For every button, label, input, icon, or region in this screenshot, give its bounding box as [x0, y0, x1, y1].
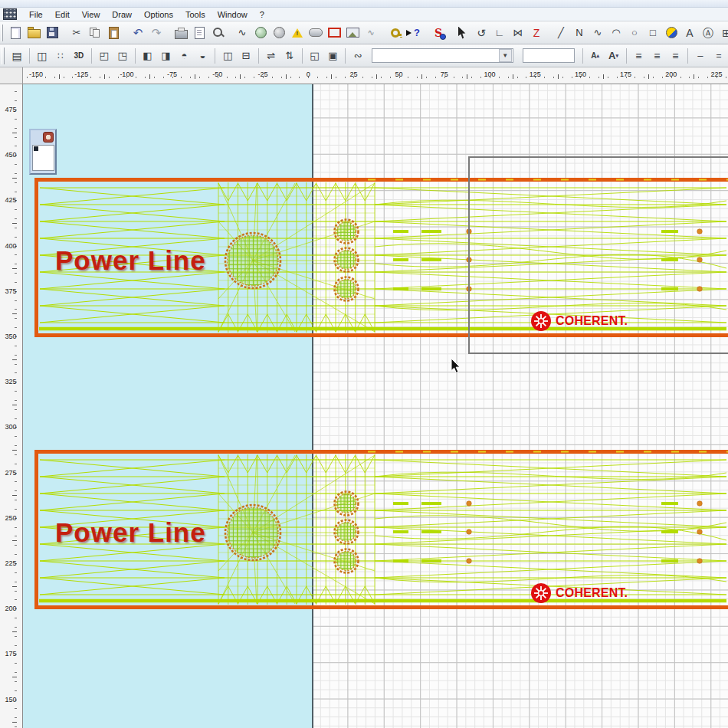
print-preview-icon[interactable]: [209, 24, 227, 42]
context-help-icon[interactable]: ?: [405, 24, 423, 42]
design-label-1: Power Line: [55, 247, 206, 274]
menu-edit[interactable]: Edit: [49, 10, 76, 19]
spacing-icon[interactable]: =: [710, 47, 727, 65]
capsule-icon[interactable]: [307, 24, 325, 42]
page-setup-icon[interactable]: [191, 24, 208, 42]
align-bottom-icon[interactable]: ◒: [194, 47, 212, 65]
align-top-icon[interactable]: ◓: [175, 47, 193, 65]
timer-icon[interactable]: [252, 24, 270, 42]
justify-left-icon[interactable]: ≡: [630, 47, 648, 65]
rotate-tool-icon[interactable]: ↺: [473, 24, 490, 42]
select-tool-icon[interactable]: [454, 24, 472, 42]
font-family-combo[interactable]: ▼: [372, 48, 513, 63]
ruler-tick: [15, 672, 17, 673]
curve-tool-icon[interactable]: ∿: [589, 24, 607, 42]
globe-icon: [274, 27, 285, 38]
scale-icon[interactable]: ◱: [306, 47, 323, 65]
font-size-input[interactable]: [523, 48, 575, 63]
ruler-label: 250: [2, 514, 20, 522]
ruler-tick: [15, 100, 17, 101]
ruler-tick: [15, 500, 17, 500]
ungroup-icon[interactable]: ⊟: [238, 47, 255, 65]
rectangle-tool-icon[interactable]: □: [644, 24, 662, 42]
circled-text-icon[interactable]: Ⓐ: [700, 24, 717, 42]
toolbar-grip[interactable]: [2, 25, 3, 41]
arc-tool-icon[interactable]: ◠: [608, 24, 625, 42]
red-frame-icon[interactable]: [326, 24, 343, 42]
justify-right-icon: ≡: [672, 51, 678, 61]
ruler-tick: [331, 74, 332, 79]
menu-window[interactable]: Window: [212, 10, 254, 19]
key-icon[interactable]: [387, 24, 405, 42]
image-icon[interactable]: [344, 24, 362, 42]
open-file-icon[interactable]: [25, 24, 43, 42]
ruler-tick: [104, 74, 105, 79]
grid-tool-icon[interactable]: ⊞: [718, 24, 728, 42]
drawing-canvas[interactable]: Power Line Power Line COHERENT.: [23, 84, 728, 728]
menu-tools[interactable]: Tools: [179, 10, 212, 19]
ruler-label: 350: [2, 333, 20, 340]
ruler-tick: [12, 133, 17, 133]
toolbar-separator: [29, 48, 30, 64]
ruler-tick: [15, 627, 17, 628]
wave-icon[interactable]: ∿: [362, 24, 380, 42]
key-icon: [390, 27, 402, 38]
minimized-document-window[interactable]: [29, 129, 57, 175]
chevron-down-icon[interactable]: ▼: [499, 49, 512, 62]
align-right-icon[interactable]: ◨: [157, 47, 175, 65]
horizontal-ruler: -150-125-100-75-50-250255075100125150175…: [23, 67, 728, 84]
redo-icon[interactable]: ↷: [148, 24, 166, 42]
font-increase-icon[interactable]: A: [586, 47, 604, 65]
ruler-label: 200: [2, 605, 20, 612]
ruler-tick: [15, 690, 17, 691]
ellipse-tool-icon[interactable]: ○: [626, 24, 644, 42]
print-icon[interactable]: [172, 24, 190, 42]
menu-draw[interactable]: Draw: [106, 10, 138, 19]
polyline-tool-icon[interactable]: N: [571, 24, 589, 42]
node-edit-icon[interactable]: ∟: [491, 24, 509, 42]
weld-icon[interactable]: ∾: [349, 47, 367, 65]
paste-icon[interactable]: [105, 24, 123, 42]
zigzag-icon[interactable]: Z: [528, 24, 546, 42]
group-icon[interactable]: ◫: [219, 47, 237, 65]
cut-icon[interactable]: ✂: [68, 24, 86, 42]
menu-options[interactable]: Options: [138, 10, 179, 19]
toolbar-format: ▤◫∷3D◰◳◧◨◓◒◫⊟⇌⇅◱▣∾▼AA≡≡≡–=: [0, 44, 728, 67]
duplicate-icon[interactable]: ▣: [324, 47, 342, 65]
hatch-icon[interactable]: ▤: [8, 47, 26, 65]
toolbar-grip[interactable]: [2, 48, 5, 64]
save-icon[interactable]: [44, 24, 61, 42]
transform-icon[interactable]: ◰: [95, 47, 113, 65]
view-3d-icon[interactable]: 3D: [70, 47, 87, 65]
menu-help[interactable]: ?: [254, 10, 271, 19]
snap-grid-icon[interactable]: ∷: [51, 47, 69, 65]
ruler-tick: [240, 74, 241, 79]
mirror-h-icon[interactable]: ⇌: [262, 47, 280, 65]
justify-right-icon[interactable]: ≡: [667, 47, 684, 65]
kern-icon[interactable]: ⋈: [510, 24, 527, 42]
align-left-icon[interactable]: ◧: [139, 47, 156, 65]
copy-icon[interactable]: [87, 24, 104, 42]
new-file-icon: [11, 27, 21, 39]
rotate-copy-icon[interactable]: ◳: [113, 47, 131, 65]
fill-tool-icon[interactable]: [663, 24, 680, 42]
mirror-v-icon[interactable]: ⇅: [280, 47, 298, 65]
globe-icon[interactable]: [271, 24, 288, 42]
ruler-tick: [15, 591, 17, 592]
font-decrease-icon[interactable]: A: [605, 47, 622, 65]
baseline-icon[interactable]: –: [691, 47, 709, 65]
ruler-label: 150: [2, 696, 20, 703]
window-arrange-icon[interactable]: ◫: [33, 47, 51, 65]
connector-icon[interactable]: ∿: [234, 24, 251, 42]
menu-file[interactable]: File: [23, 10, 49, 19]
new-file-icon[interactable]: [7, 24, 25, 42]
justify-center-icon[interactable]: ≡: [648, 47, 666, 65]
line-tool-icon[interactable]: ╱: [553, 24, 570, 42]
s-curve-icon[interactable]: S: [430, 24, 448, 42]
text-tool-icon[interactable]: A: [681, 24, 699, 42]
zigzag-icon: Z: [533, 28, 540, 38]
menu-view[interactable]: View: [76, 10, 107, 19]
undo-icon[interactable]: ↶: [130, 24, 147, 42]
warning-icon[interactable]: [289, 24, 307, 42]
app-icon[interactable]: [3, 8, 17, 20]
